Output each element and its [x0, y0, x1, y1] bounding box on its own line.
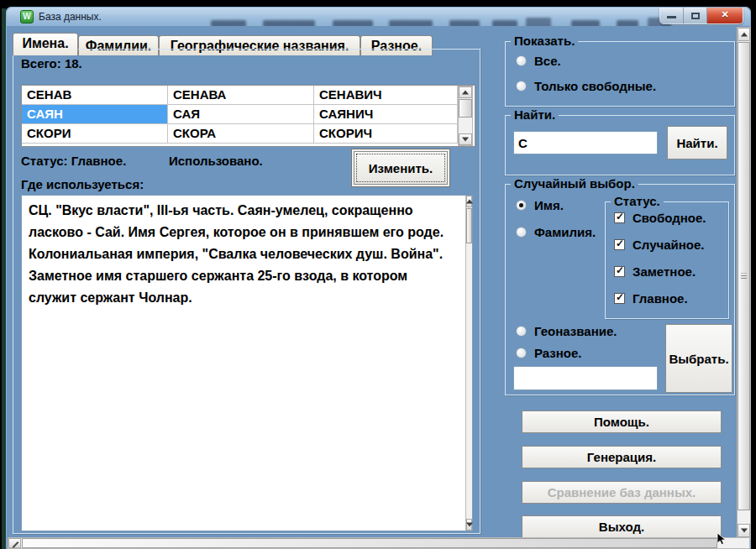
table-cell[interactable]: САЯ — [168, 105, 314, 124]
radio-icon — [516, 55, 527, 66]
checkbox-checked-icon — [614, 293, 625, 304]
scroll-left-button[interactable] — [8, 538, 21, 548]
window-title: База данных. — [39, 11, 102, 23]
radio-icon — [516, 326, 527, 337]
checkbox-label: Заметное. — [633, 264, 696, 279]
generation-button[interactable]: Генерация. — [522, 446, 722, 468]
checkbox-label: Главное. — [633, 291, 688, 306]
scrollbar-track[interactable] — [738, 41, 750, 524]
radio-label: Имя. — [534, 198, 564, 212]
show-group: Показать. Все. Только свободные. — [505, 41, 735, 107]
background-menu-blur — [571, 20, 600, 26]
radio-label: Все. — [534, 54, 561, 68]
background-menu-blur — [333, 20, 373, 26]
scrollbar-track[interactable] — [466, 207, 472, 519]
radio-selected-icon — [516, 200, 527, 211]
radio-geoname[interactable]: Геоназвание. — [516, 324, 617, 338]
radio-icon — [516, 348, 527, 358]
scrollbar-thumb[interactable] — [466, 208, 472, 243]
radio-surname[interactable]: Фамилия. — [516, 225, 596, 239]
checkbox-checked-icon — [614, 239, 625, 250]
background-menu-blur — [389, 20, 433, 26]
description-textarea[interactable]: СЦ. "Вкус власти", III-ья часть. Саян-ум… — [21, 195, 473, 531]
close-button[interactable]: ✕ — [707, 8, 743, 24]
radio-label: Фамилия. — [534, 225, 596, 239]
minimize-icon — [667, 16, 676, 18]
find-group-title: Найти. — [511, 107, 559, 122]
maximize-button[interactable] — [684, 8, 707, 24]
checkbox-checked-icon — [614, 212, 625, 223]
scrollbar-track[interactable] — [459, 98, 472, 133]
total-count-label: Всего: 18. — [21, 56, 82, 71]
scroll-up-button[interactable] — [459, 86, 472, 98]
table-cell[interactable]: СКОРИ — [22, 124, 168, 144]
status-subgroup: Статус. Свободное. Случайное. Заметное. … — [605, 201, 729, 319]
radio-name[interactable]: Имя. — [516, 198, 564, 212]
table-cell[interactable]: СЕНАВИЧ — [314, 86, 458, 105]
status-subgroup-title: Статус. — [611, 194, 664, 208]
scrollbar-thumb[interactable] — [459, 99, 472, 118]
background-menu-blur — [263, 20, 315, 26]
scrollbar-grip-icon — [741, 274, 747, 280]
table-cell[interactable]: СЕНАВА — [168, 86, 314, 105]
caption-buttons: ✕ — [659, 8, 743, 24]
help-button[interactable]: Помощь. — [522, 410, 722, 433]
table-cell[interactable]: СЕНАВ — [22, 86, 168, 105]
scrollbar-track[interactable] — [21, 538, 749, 548]
scroll-down-button[interactable] — [738, 524, 750, 537]
compare-databases-button: Сравнение баз данных. — [522, 481, 722, 504]
table-cell-selected[interactable]: САЯН — [22, 105, 168, 124]
change-button[interactable]: Изменить. — [354, 151, 448, 185]
app-icon: W — [20, 10, 34, 24]
radio-show-free-only[interactable]: Только свободные. — [516, 79, 656, 93]
title-bar[interactable]: W База данных. — [7, 8, 750, 26]
random-choice-group: Случайный выбор. Имя. Фамилия. Статус. С… — [505, 184, 735, 395]
radio-label: Геоназвание. — [534, 324, 617, 338]
find-input[interactable] — [513, 131, 658, 154]
radio-misc[interactable]: Разное. — [516, 346, 582, 360]
checkbox-main[interactable]: Главное. — [614, 291, 688, 306]
background-menu-blur — [449, 20, 480, 26]
background-menu-blur — [617, 20, 638, 26]
names-table-cells: СЕНАВ СЕНАВА СЕНАВИЧ САЯН САЯ САЯНИЧ СКО… — [22, 86, 458, 146]
exit-button[interactable]: Выход. — [522, 515, 722, 538]
table-cell[interactable]: СКОРА — [168, 124, 314, 144]
scroll-down-button[interactable] — [466, 519, 472, 531]
radio-icon — [516, 81, 527, 92]
checkbox-label: Случайное. — [633, 238, 705, 252]
scrollbar-thumb[interactable] — [22, 538, 717, 548]
scroll-up-button[interactable] — [466, 196, 472, 207]
window-horizontal-scrollbar — [8, 537, 750, 549]
table-cell[interactable]: САЯНИЧ — [314, 105, 458, 124]
checkbox-free[interactable]: Свободное. — [614, 211, 706, 225]
scroll-down-button[interactable] — [459, 133, 472, 145]
table-scrollbar — [458, 86, 473, 146]
background-menu-blur — [492, 20, 517, 26]
select-button[interactable]: Выбрать. — [665, 324, 732, 393]
background-toolbar-blur — [526, 18, 551, 26]
background-menu-blur — [211, 20, 246, 26]
find-button[interactable]: Найти. — [667, 126, 727, 159]
checkbox-notable[interactable]: Заметное. — [614, 264, 696, 279]
tab-names[interactable]: Имена. — [13, 33, 78, 55]
close-icon: ✕ — [707, 9, 743, 20]
checkbox-random[interactable]: Случайное. — [614, 238, 705, 252]
where-used-label: Где используеться: — [21, 177, 144, 191]
used-label: Использовано. — [169, 154, 263, 168]
names-table: СЕНАВ СЕНАВА СЕНАВИЧ САЯН САЯ САЯНИЧ СКО… — [21, 85, 475, 147]
checkbox-label: Свободное. — [633, 211, 706, 225]
radio-label: Разное. — [534, 346, 582, 360]
table-cell[interactable]: СКОРИЧ — [314, 124, 458, 144]
find-group: Найти. Найти. — [505, 115, 735, 175]
radio-show-all[interactable]: Все. — [516, 54, 561, 68]
status-label: Статус: Главное. — [21, 154, 126, 168]
scrollbar-thumb[interactable] — [738, 42, 750, 510]
scroll-up-button[interactable] — [738, 28, 750, 41]
radio-icon — [516, 227, 527, 238]
show-group-title: Показать. — [511, 34, 578, 48]
random-input[interactable] — [513, 366, 658, 390]
window-vertical-scrollbar — [737, 27, 751, 538]
radio-label: Только свободные. — [534, 79, 656, 93]
description-scrollbar — [465, 196, 472, 531]
minimize-button[interactable] — [660, 8, 684, 24]
